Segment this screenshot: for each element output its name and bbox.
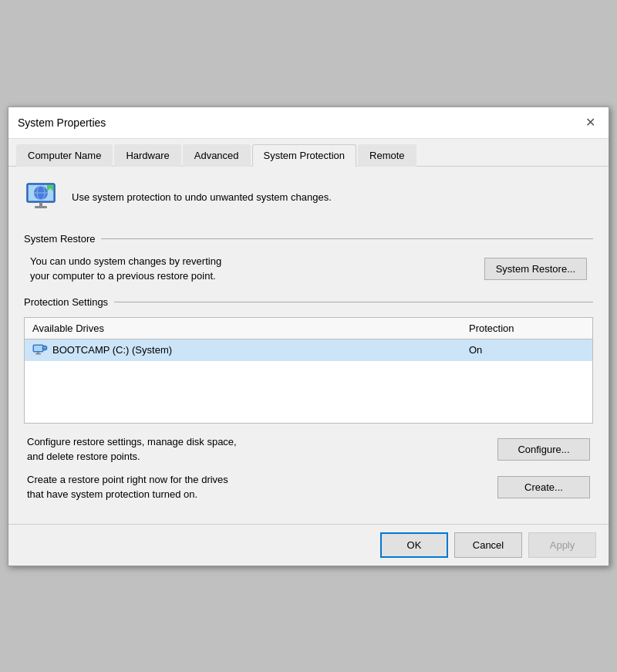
system-properties-window: System Properties ✕ Computer Name Hardwa… xyxy=(8,106,609,566)
drives-col-header: Available Drives xyxy=(32,322,469,334)
header-section: Use system protection to undo unwanted s… xyxy=(24,179,593,219)
system-restore-section: System Restore You can undo system chang… xyxy=(24,233,593,284)
svg-rect-6 xyxy=(35,206,47,208)
configure-description: Configure restore settings, manage disk … xyxy=(27,434,237,464)
restore-row: You can undo system changes by reverting… xyxy=(24,254,593,284)
create-row: Create a restore point right now for the… xyxy=(24,472,593,502)
drives-empty-space xyxy=(25,361,592,423)
create-button[interactable]: Create... xyxy=(497,476,590,498)
apply-button: Apply xyxy=(528,532,596,558)
system-restore-button[interactable]: System Restore... xyxy=(484,258,587,280)
svg-rect-8 xyxy=(34,346,42,351)
cancel-button[interactable]: Cancel xyxy=(454,532,522,558)
svg-rect-5 xyxy=(39,202,42,206)
ok-button[interactable]: OK xyxy=(380,532,448,558)
drives-table-header: Available Drives Protection xyxy=(25,318,592,339)
drive-row[interactable]: BOOTCAMP (C:) (System) On xyxy=(25,339,592,361)
window-title: System Properties xyxy=(18,117,106,129)
svg-point-11 xyxy=(42,346,47,350)
title-bar: System Properties ✕ xyxy=(8,107,609,139)
protection-settings-label: Protection Settings xyxy=(24,296,593,308)
computer-icon xyxy=(24,179,61,216)
svg-rect-9 xyxy=(37,352,39,353)
tab-remote[interactable]: Remote xyxy=(358,144,416,167)
close-button[interactable]: ✕ xyxy=(581,113,599,132)
drive-protection-status: On xyxy=(469,344,585,356)
protection-col-header: Protection xyxy=(469,322,585,334)
configure-row: Configure restore settings, manage disk … xyxy=(24,434,593,464)
create-description: Create a restore point right now for the… xyxy=(27,472,228,502)
drive-name: BOOTCAMP (C:) (System) xyxy=(52,344,469,356)
tab-advanced[interactable]: Advanced xyxy=(183,144,251,167)
tab-content: Use system protection to undo unwanted s… xyxy=(8,167,609,524)
header-description: Use system protection to undo unwanted s… xyxy=(72,191,332,203)
tabs-bar: Computer Name Hardware Advanced System P… xyxy=(8,139,609,167)
tab-hardware[interactable]: Hardware xyxy=(114,144,180,167)
footer: OK Cancel Apply xyxy=(8,524,609,566)
tab-system-protection[interactable]: System Protection xyxy=(252,144,357,167)
tab-computer-name[interactable]: Computer Name xyxy=(16,144,113,167)
restore-description: You can undo system changes by reverting… xyxy=(30,254,221,284)
drives-table: Available Drives Protection BOOTCAMP (C:… xyxy=(24,317,593,424)
configure-button[interactable]: Configure... xyxy=(497,438,590,461)
svg-rect-10 xyxy=(35,353,41,355)
system-restore-label: System Restore xyxy=(24,233,593,245)
protection-settings-section: Protection Settings Available Drives Pro… xyxy=(24,296,593,502)
drive-icon xyxy=(32,344,48,356)
